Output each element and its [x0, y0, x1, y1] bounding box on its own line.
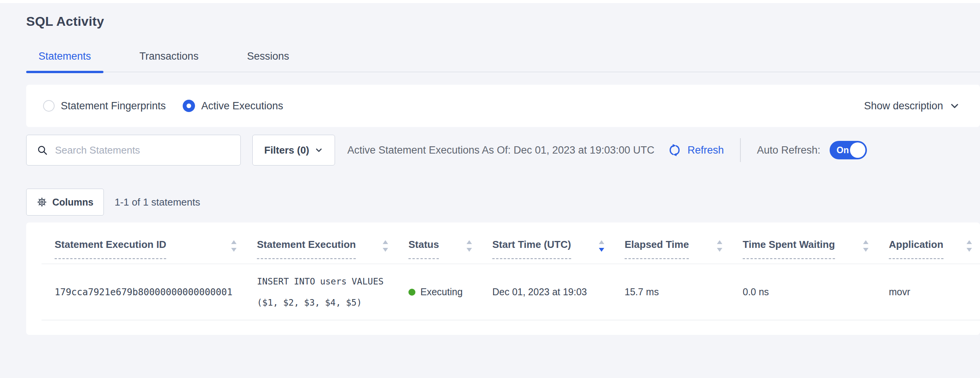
column-header-statement-execution[interactable]: Statement Execution: [257, 222, 408, 264]
column-label: Status: [408, 239, 439, 259]
show-description-label: Show description: [864, 100, 943, 112]
refresh-icon: [667, 143, 682, 157]
toggle-state-label: On: [837, 145, 849, 156]
radio-label: Active Executions: [201, 100, 283, 112]
column-header-elapsed-time[interactable]: Elapsed Time: [625, 222, 743, 264]
columns-button[interactable]: Columns: [26, 189, 104, 216]
column-header-status[interactable]: Status: [408, 222, 492, 264]
chevron-down-icon: [315, 146, 323, 154]
radio-active-executions[interactable]: Active Executions: [183, 100, 283, 112]
sort-icon[interactable]: [382, 239, 389, 254]
cell-elapsed-time: 15.7 ms: [625, 264, 743, 320]
column-header-start-time[interactable]: Start Time (UTC): [492, 222, 625, 264]
status-label: Executing: [420, 286, 463, 298]
table-header-row: Statement Execution ID Statement Executi…: [42, 222, 980, 264]
table-controls-row: Columns 1-1 of 1 statements: [26, 189, 980, 216]
sort-icon[interactable]: [465, 239, 473, 254]
tab-statements[interactable]: Statements: [26, 50, 103, 72]
toggle-knob: [850, 142, 865, 158]
cell-start-time: Dec 01, 2023 at 19:03: [492, 264, 625, 320]
cell-statement-execution-id[interactable]: 179cca7921e679b80000000000000001: [42, 264, 257, 320]
cell-status: Executing: [408, 264, 492, 320]
gear-icon: [37, 197, 47, 207]
sort-icon-active-desc[interactable]: [598, 239, 605, 254]
column-label: Start Time (UTC): [492, 239, 571, 259]
sql-activity-page: SQL Activity Statements Transactions Ses…: [0, 3, 980, 335]
filters-button[interactable]: Filters (0): [252, 135, 335, 166]
search-icon: [37, 144, 48, 156]
filters-label: Filters (0): [264, 144, 309, 156]
tab-transactions[interactable]: Transactions: [127, 50, 211, 72]
page-title: SQL Activity: [26, 3, 980, 29]
column-label: Application: [889, 239, 943, 259]
radio-checked-icon: [183, 100, 195, 112]
view-mode-card: Statement Fingerprints Active Executions…: [26, 85, 980, 127]
cell-time-spent-waiting: 0.0 ns: [743, 264, 889, 320]
top-strip: [0, 0, 980, 3]
sort-icon[interactable]: [230, 239, 238, 254]
chevron-down-icon: [949, 100, 960, 111]
active-executions-table: Statement Execution ID Statement Executi…: [42, 222, 980, 320]
column-header-application[interactable]: Application: [889, 222, 980, 264]
statement-text: INSERT INTO users VALUES ($1, $2, $3, $4…: [257, 271, 405, 313]
radio-unchecked-icon: [43, 100, 55, 112]
radio-label: Statement Fingerprints: [61, 100, 166, 112]
auto-refresh-label: Auto Refresh:: [757, 144, 820, 156]
show-description-toggle[interactable]: Show description: [864, 100, 960, 112]
results-count: 1-1 of 1 statements: [115, 196, 200, 208]
sort-icon[interactable]: [716, 239, 723, 254]
radio-statement-fingerprints[interactable]: Statement Fingerprints: [43, 100, 166, 112]
sort-icon[interactable]: [965, 239, 973, 254]
refresh-button[interactable]: Refresh: [667, 143, 724, 157]
column-label: Time Spent Waiting: [743, 239, 835, 259]
vertical-divider: [740, 138, 741, 162]
cell-statement-execution[interactable]: INSERT INTO users VALUES ($1, $2, $3, $4…: [257, 264, 408, 320]
tab-label: Statements: [38, 50, 91, 62]
search-box: [26, 135, 241, 166]
columns-button-label: Columns: [52, 197, 93, 208]
tab-bar: Statements Transactions Sessions: [26, 50, 980, 72]
column-header-time-spent-waiting[interactable]: Time Spent Waiting: [743, 222, 889, 264]
column-label: Statement Execution: [257, 239, 356, 259]
column-header-statement-execution-id[interactable]: Statement Execution ID: [42, 222, 257, 264]
column-label: Statement Execution ID: [55, 239, 166, 259]
search-input[interactable]: [55, 144, 235, 156]
toolbar: Filters (0) Active Statement Executions …: [26, 135, 980, 166]
sort-icon[interactable]: [862, 239, 870, 254]
status-executing-icon: [408, 289, 415, 296]
column-label: Elapsed Time: [625, 239, 689, 259]
as-of-text: Active Statement Executions As Of: Dec 0…: [347, 144, 654, 156]
auto-refresh-toggle[interactable]: On: [830, 141, 867, 159]
tab-label: Transactions: [140, 50, 199, 62]
cell-application: movr: [889, 264, 980, 320]
tab-label: Sessions: [247, 50, 289, 62]
statements-table-card: Statement Execution ID Statement Executi…: [26, 222, 980, 335]
tab-sessions[interactable]: Sessions: [235, 50, 302, 72]
refresh-label: Refresh: [687, 144, 724, 156]
table-row: 179cca7921e679b80000000000000001 INSERT …: [42, 264, 980, 320]
